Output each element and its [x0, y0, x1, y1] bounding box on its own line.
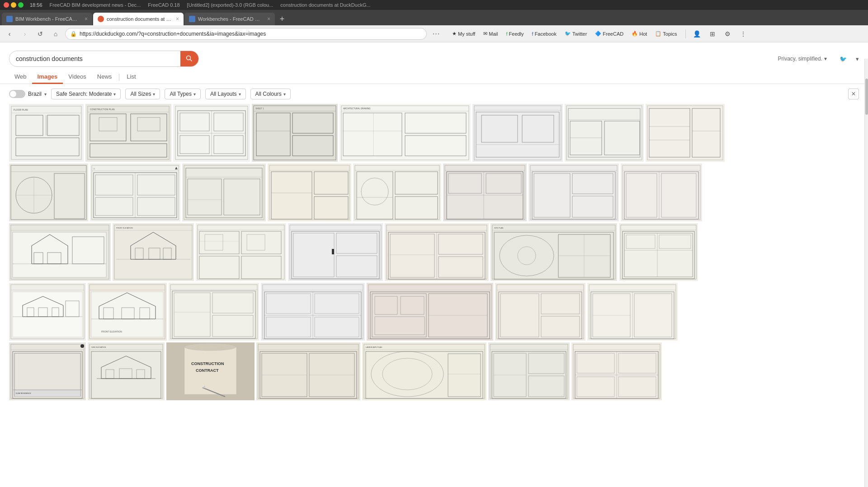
close-filters-button[interactable]: ×	[848, 89, 859, 99]
region-dropdown-arrow[interactable]: ▾	[44, 92, 47, 97]
image-10[interactable]: C ▲	[90, 164, 180, 221]
bookmark-feedly[interactable]: f Feedly	[503, 30, 526, 38]
back-button[interactable]: ‹	[4, 28, 15, 40]
image-30[interactable]	[587, 283, 678, 341]
image-19[interactable]	[196, 223, 286, 281]
image-20[interactable]	[288, 223, 383, 281]
blueprint-svg-14	[443, 164, 527, 221]
filter-bar: Brazil ▾ Safe Search: Moderate ▾ All Siz…	[0, 84, 868, 104]
bookmark-mystuff[interactable]: ★ My stuff	[449, 29, 478, 38]
image-17[interactable]	[9, 223, 111, 281]
tab-workbenches[interactable]: Workbenches - FreeCAD Do... ×	[184, 13, 275, 25]
image-2[interactable]: CONSTRUCTION PLAN	[85, 104, 171, 162]
bookmark-topics[interactable]: 📋 Topics	[652, 29, 679, 38]
person-icon-button[interactable]: 👤	[691, 28, 703, 40]
scrollbar-thumb[interactable]	[865, 79, 868, 115]
url-bar[interactable]: 🔒 https://duckduckgo.com/?q=construction…	[65, 28, 427, 40]
bookmark-hot[interactable]: 🔥 Hot	[629, 29, 650, 38]
image-3[interactable]	[173, 104, 250, 162]
search-input[interactable]: construction documents	[9, 55, 180, 62]
scrollbar-track[interactable]	[864, 59, 868, 487]
image-5[interactable]: ARCHITECTURAL DRAWING	[340, 104, 471, 162]
layout-dropdown[interactable]: All Layouts ▾	[205, 89, 246, 99]
image-row-5: ELIM RESIDENCE SIDE ELEVATIO	[9, 342, 859, 400]
image-32[interactable]: SIDE ELEVATION	[88, 342, 165, 400]
image-37[interactable]	[571, 342, 662, 400]
tab-close-2[interactable]: ×	[176, 16, 179, 22]
image-35[interactable]: LANDSCAPE PLAN	[362, 342, 486, 400]
blueprint-svg-27	[261, 283, 365, 341]
bookmark-freecad[interactable]: 🔷 FreeCAD	[592, 29, 626, 38]
image-24[interactable]	[9, 283, 86, 341]
twitter-dropdown-arrow[interactable]: ▾	[856, 56, 859, 62]
toggle-switch[interactable]	[9, 90, 25, 98]
minimize-window-button[interactable]	[11, 2, 16, 8]
type-dropdown[interactable]: All Types ▾	[165, 89, 200, 99]
title-bar-left: 18:56	[4, 2, 42, 8]
image-7[interactable]	[565, 104, 644, 162]
tab-construction-docs[interactable]: construction documents at D... ×	[93, 13, 184, 25]
blueprint-svg-21	[385, 223, 489, 281]
image-26[interactable]	[169, 283, 259, 341]
grid-icon-button[interactable]: ⊞	[707, 28, 718, 40]
bookmark-mail[interactable]: ✉ Mail	[481, 29, 500, 38]
bookmark-twitter[interactable]: 🐦 Twitter	[562, 29, 590, 38]
home-button[interactable]: ⌂	[50, 28, 61, 40]
image-1[interactable]: FLOOR PLAN	[9, 104, 84, 162]
color-dropdown[interactable]: All Colours ▾	[250, 89, 291, 99]
close-window-button[interactable]	[4, 2, 9, 8]
image-33[interactable]: CONSTRUCTION CONTRACT	[166, 342, 255, 400]
maximize-window-button[interactable]	[18, 2, 24, 8]
image-25[interactable]: FRONT ELEVATION	[88, 283, 167, 341]
image-28[interactable]	[367, 283, 493, 341]
more-menu-button[interactable]: ⋮	[737, 28, 749, 40]
image-12[interactable]	[268, 164, 351, 221]
refresh-button[interactable]: ↺	[34, 28, 46, 40]
tab-close-1[interactable]: ×	[85, 16, 88, 22]
image-22[interactable]: SITE PLAN	[491, 223, 617, 281]
svg-rect-172	[491, 223, 617, 281]
tab-close-3[interactable]: ×	[267, 16, 270, 22]
title-info-1: FreeCAD BIM development news - Dec...	[50, 2, 141, 8]
image-6[interactable]	[472, 104, 563, 162]
forward-button[interactable]: ›	[19, 28, 31, 40]
ddg-page: construction documents Privacy, simplifi…	[0, 42, 868, 485]
image-34[interactable]	[256, 342, 360, 400]
bookmark-facebook[interactable]: f Facebook	[529, 30, 559, 38]
search-box[interactable]: construction documents	[9, 51, 199, 67]
tab-images[interactable]: Images	[32, 70, 63, 84]
topics-icon: 📋	[655, 31, 661, 37]
image-14[interactable]	[443, 164, 527, 221]
image-11[interactable]	[182, 164, 266, 221]
image-36[interactable]	[488, 342, 570, 400]
image-16[interactable]	[621, 164, 702, 221]
image-13[interactable]	[353, 164, 441, 221]
tab-news[interactable]: News	[92, 70, 118, 84]
image-23[interactable]	[619, 223, 698, 281]
size-dropdown[interactable]: All Sizes ▾	[125, 89, 160, 99]
twitter-icon: 🐦	[565, 31, 571, 37]
image-18[interactable]: FRONT ELEVATION	[113, 223, 194, 281]
search-button[interactable]	[180, 51, 198, 67]
image-21[interactable]	[385, 223, 489, 281]
tab-web[interactable]: Web	[9, 70, 32, 84]
image-8[interactable]	[646, 104, 725, 162]
tab-videos[interactable]: Videos	[63, 70, 92, 84]
image-15[interactable]	[528, 164, 619, 221]
toggle-knob	[10, 91, 16, 97]
svg-text:SITE PLAN: SITE PLAN	[494, 227, 504, 229]
image-29[interactable]	[495, 283, 585, 341]
new-tab-button[interactable]: +	[276, 13, 288, 25]
more-options-button[interactable]: ···	[430, 28, 442, 40]
image-9[interactable]	[9, 164, 88, 221]
privacy-dropdown-arrow[interactable]: ▾	[824, 56, 827, 62]
hot-label: Hot	[639, 31, 647, 37]
image-4[interactable]: SHEET 1	[252, 104, 338, 162]
svg-rect-90	[268, 164, 351, 221]
image-31[interactable]: ELIM RESIDENCE	[9, 342, 86, 400]
safe-search-dropdown[interactable]: Safe Search: Moderate ▾	[51, 89, 121, 99]
image-27[interactable]	[261, 283, 365, 341]
settings-button[interactable]: ⚙	[722, 28, 734, 40]
tab-bim-workbench[interactable]: BIM Workbench - FreeCAD Do... ×	[2, 13, 92, 25]
tab-list[interactable]: List	[121, 70, 141, 84]
